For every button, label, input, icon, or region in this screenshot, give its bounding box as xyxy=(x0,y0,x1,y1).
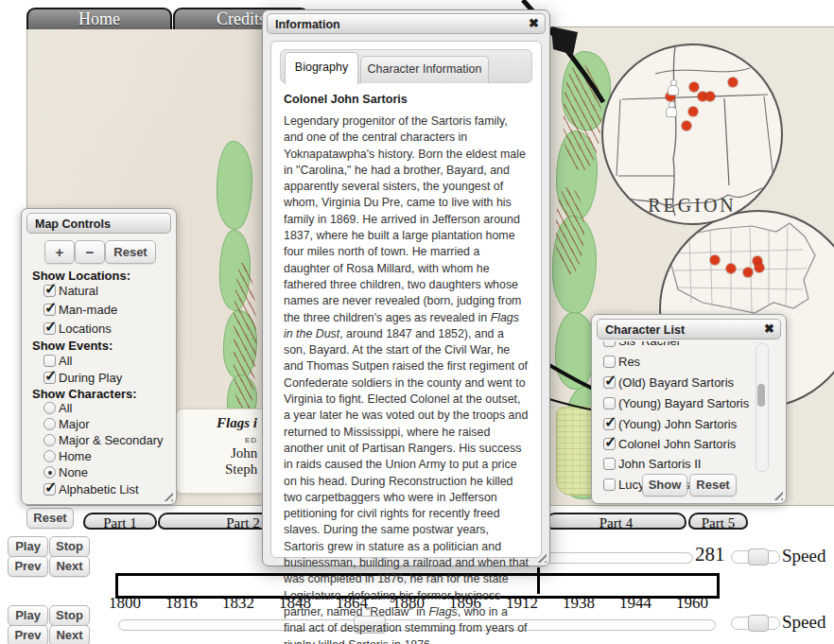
radio-all-characters[interactable]: All xyxy=(43,401,72,416)
stop-button-row2[interactable]: Stop xyxy=(49,605,90,626)
checkbox-natural[interactable]: Natural xyxy=(43,284,98,299)
biography-text: Legendary progenitor of the Sartoris fam… xyxy=(284,113,529,644)
region-inset-map[interactable]: REGION xyxy=(601,44,783,225)
checkbox-icon[interactable] xyxy=(603,438,616,450)
app-stage: REGION Flags i ED John Steph Home Credit… xyxy=(0,0,834,644)
book-title-text: Flags i xyxy=(217,415,257,431)
checkbox-label: All xyxy=(59,354,72,368)
show-events-label: Show Events: xyxy=(32,339,113,353)
radio-label: Major & Secondary xyxy=(59,433,164,447)
checkbox-label: Locations xyxy=(59,322,112,336)
speed-slider-thumb-row1[interactable] xyxy=(748,548,769,566)
checkbox-icon[interactable] xyxy=(603,418,616,430)
radio-icon[interactable] xyxy=(43,434,56,446)
checkbox-label: Natural xyxy=(59,284,98,298)
character-label: John Sartoris II xyxy=(618,457,701,471)
map-reset-button[interactable]: Reset xyxy=(105,240,156,264)
character-reset-button[interactable]: Reset xyxy=(689,474,737,496)
map-controls-panel: Map Controls + − Reset Show Locations: N… xyxy=(21,208,177,505)
timeline-reset-button[interactable]: Reset xyxy=(26,508,74,529)
checkbox-icon[interactable] xyxy=(43,355,56,367)
tab-biography[interactable]: Biography xyxy=(285,52,358,84)
year-label: 1944 xyxy=(609,594,662,613)
character-list-titlebar[interactable]: Character List xyxy=(597,319,781,339)
part-5-button[interactable]: Part 5 xyxy=(688,513,748,530)
hill-hatching xyxy=(556,187,584,274)
book-author-text: John xyxy=(231,445,257,461)
checkbox-icon[interactable] xyxy=(603,341,616,347)
radio-icon[interactable] xyxy=(43,466,56,479)
checkbox-man-made[interactable]: Man-made xyxy=(43,303,117,318)
year-label: 1938 xyxy=(552,594,605,613)
character-list-scroll-area[interactable]: Sis' Rachel Res (Old) Bayard Sartoris (Y… xyxy=(599,341,755,495)
hill-hatching xyxy=(234,263,256,419)
radio-label: Home xyxy=(59,449,92,463)
radio-icon[interactable] xyxy=(43,418,56,430)
next-button-row1[interactable]: Next xyxy=(49,556,90,577)
checkbox-icon[interactable] xyxy=(43,304,56,316)
character-item[interactable]: (Young) John Sartoris xyxy=(603,417,737,432)
checkbox-alphabetic-list[interactable]: Alphabetic List xyxy=(43,482,139,497)
character-home-icon[interactable] xyxy=(669,80,678,95)
radio-label: None xyxy=(59,465,88,479)
scrollbar-track[interactable] xyxy=(756,343,769,472)
checkbox-label: During Play xyxy=(59,371,122,385)
character-label: Colonel John Sartoris xyxy=(618,437,736,451)
zoom-in-button[interactable]: + xyxy=(44,240,75,264)
close-icon[interactable]: ✖ xyxy=(529,13,539,34)
checkbox-during-play[interactable]: During Play xyxy=(43,371,122,386)
part-1-button[interactable]: Part 1 xyxy=(83,513,157,530)
tab-character-information[interactable]: Character Information xyxy=(360,56,489,83)
timeline-position-tick[interactable] xyxy=(537,567,540,594)
radio-icon[interactable] xyxy=(43,402,56,414)
checkbox-icon[interactable] xyxy=(43,483,56,496)
checkbox-icon[interactable] xyxy=(603,397,616,409)
radio-major[interactable]: Major xyxy=(43,417,90,432)
checkbox-icon[interactable] xyxy=(603,376,616,389)
checkbox-label: Man-made xyxy=(59,303,117,317)
character-home-icon[interactable] xyxy=(667,102,676,116)
radio-home[interactable]: Home xyxy=(43,449,92,464)
information-dialog-titlebar[interactable]: Information xyxy=(267,13,546,34)
information-dialog: Information ✖ Biography Character Inform… xyxy=(262,9,550,566)
character-item[interactable]: Colonel John Sartoris xyxy=(603,437,736,452)
prev-button-row1[interactable]: Prev xyxy=(8,556,48,577)
scrollbar-thumb[interactable] xyxy=(757,384,765,407)
dialog-tabstrip: Biography Character Information xyxy=(280,49,532,83)
next-button-row2[interactable]: Next xyxy=(49,625,90,644)
character-item[interactable]: Sis' Rachel xyxy=(603,341,680,349)
map-controls-titlebar[interactable]: Map Controls xyxy=(26,213,171,234)
character-label: (Young) Bayard Sartoris xyxy=(618,396,749,410)
checkbox-icon[interactable] xyxy=(603,458,616,470)
play-button-row2[interactable]: Play xyxy=(8,605,48,626)
nav-tab-home[interactable]: Home xyxy=(26,8,172,29)
character-item[interactable]: John Sartoris II xyxy=(603,457,701,472)
speed-slider-thumb-row2[interactable] xyxy=(748,615,769,632)
speed-label-row2: Speed xyxy=(782,612,825,633)
character-item[interactable]: (Young) Bayard Sartoris xyxy=(603,396,749,411)
play-button-row1[interactable]: Play xyxy=(8,536,48,557)
year-label: 1960 xyxy=(666,594,719,613)
prev-button-row2[interactable]: Prev xyxy=(8,625,48,644)
range-max-value: 281 xyxy=(695,543,725,566)
checkbox-icon[interactable] xyxy=(43,372,56,384)
zoom-out-button[interactable]: − xyxy=(75,240,105,264)
part-4-button[interactable]: Part 4 xyxy=(546,513,686,530)
checkbox-icon[interactable] xyxy=(43,285,56,297)
year-label: 1832 xyxy=(212,594,265,613)
checkbox-locations[interactable]: Locations xyxy=(43,322,112,337)
resize-handle-icon[interactable] xyxy=(161,489,173,501)
year-label: 1816 xyxy=(155,594,208,613)
show-button[interactable]: Show xyxy=(642,474,687,496)
radio-major-secondary[interactable]: Major & Secondary xyxy=(43,433,164,448)
character-item[interactable]: Res xyxy=(603,355,640,370)
close-icon[interactable]: ✖ xyxy=(764,319,774,339)
character-label: (Old) Bayard Sartoris xyxy=(618,375,734,390)
stop-button-row1[interactable]: Stop xyxy=(49,536,90,557)
checkbox-label: Alphabetic List xyxy=(59,482,139,496)
character-item[interactable]: (Old) Bayard Sartoris xyxy=(603,375,734,391)
checkbox-icon[interactable] xyxy=(43,322,56,335)
character-label: Res xyxy=(618,355,640,369)
checkbox-icon[interactable] xyxy=(603,356,616,368)
radio-icon[interactable] xyxy=(43,450,56,462)
